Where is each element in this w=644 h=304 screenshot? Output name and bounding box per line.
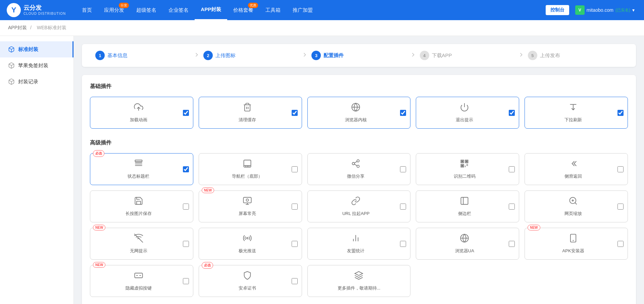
nav-right: 控制台 V mitaobo.com (已实名) ▾ [546,4,637,16]
plugin-name: 极光推送 [239,248,256,254]
plugin-checkbox[interactable] [183,110,189,116]
plugin-checkbox[interactable] [183,166,189,172]
plugin-card-状态标题栏[interactable]: 必选 状态标题栏 [90,153,193,185]
plugin-card-友盟统计[interactable]: 友盟统计 [307,228,411,260]
step-label: 配置插件 [324,52,344,59]
step-label: 上传发布 [540,52,560,59]
svg-line-23 [355,162,357,163]
nav-item-推广加盟[interactable]: 推广加盟 [287,0,319,20]
plugin-name: 友盟统计 [347,248,364,254]
plugin-card-content: 侧边栏 [420,196,509,217]
plugin-checkbox[interactable] [292,110,298,116]
nav-item-工具箱[interactable]: 工具箱 [259,0,287,20]
plugin-card-侧滑返回[interactable]: 侧滑返回 [525,153,628,185]
plugin-name: 退出提示 [456,117,473,123]
plugin-card-更多插件，敬请期待...[interactable]: 更多插件，敬请期待... [307,265,411,297]
plugin-checkbox[interactable] [183,278,189,284]
plugin-card-content: 清理缓存 [203,102,292,123]
sidebar-item-苹果免签封装[interactable]: 苹果免签封装 [0,57,73,74]
plugin-card-content: 更多插件，敬请期待... [312,271,406,291]
plugin-checkbox[interactable] [617,204,624,210]
plugin-checkbox[interactable] [400,166,406,172]
plugin-card-下拉刷新[interactable]: 下拉刷新 [525,97,628,129]
nav-item-应用分发[interactable]: 应用分发分发 [98,0,130,20]
plugin-card-屏幕常亮[interactable]: NEW 屏幕常亮 [199,190,302,222]
step-2: 3 配置插件 [311,51,406,60]
plugin-checkbox[interactable] [183,241,189,247]
plugin-checkbox[interactable] [400,110,406,116]
plugin-card-退出提示[interactable]: 退出提示 [416,97,519,129]
nav-item-价格套餐[interactable]: 价格套餐优惠 [227,0,259,20]
svg-rect-54 [135,273,142,278]
plugin-card-侧边栏[interactable]: 侧边栏 [416,190,519,222]
nav-item-超级签名[interactable]: 超级签名 [130,0,162,20]
svg-rect-35 [243,198,251,203]
breadcrumb-app-wrap[interactable]: APP封装 [8,25,27,30]
plugin-icon-clean-cache [243,102,252,114]
plugin-badge: NEW [202,187,214,193]
nav-item-APP封装[interactable]: APP封装 [195,0,227,20]
plugin-checkbox[interactable] [509,204,515,210]
step-arrow-icon [410,51,416,60]
plugin-name: 清理缓存 [239,117,256,123]
plugin-card-浏览器UA[interactable]: 浏览器UA [416,228,519,260]
plugin-checkbox[interactable] [509,166,515,172]
logo: Y 云分发 CLOUD DISTRIBUTION [7,3,66,17]
plugin-checkbox[interactable] [617,166,624,172]
plugin-card-content: 加载动画 [94,102,183,123]
plugin-card-浏览器内核[interactable]: 浏览器内核 [307,97,411,129]
plugin-name: 微信分享 [347,173,364,179]
advanced-plugin-grid: 必选 状态标题栏 导航栏（底部） 微信分享 识别二维 [90,153,628,297]
plugin-card-识别二维码[interactable]: 识别二维码 [416,153,519,185]
plugin-card-APK安装器[interactable]: NEW APK安装器 [525,228,628,260]
plugin-card-清理缓存[interactable]: 清理缓存 [199,97,302,129]
svg-line-42 [575,203,577,204]
plugin-card-content: 安卓证书 [203,271,292,291]
breadcrumb: APP封装 / WEB标准封装 [0,20,644,36]
plugin-card-网页缩放[interactable]: 网页缩放 [525,190,628,222]
plugin-card-加载动画[interactable]: 加载动画 [90,97,193,129]
plugin-checkbox[interactable] [509,241,515,247]
sidebar-item-封装记录[interactable]: 封装记录 [0,74,73,90]
plugin-checkbox[interactable] [292,241,298,247]
step-label: 下载APP [432,52,452,59]
plugin-name: 加载动画 [130,117,147,123]
nav-item-首页[interactable]: 首页 [76,0,98,20]
plugin-card-无网提示[interactable]: NEW 无网提示 [90,228,193,260]
plugin-card-长按图片保存[interactable]: 长按图片保存 [90,190,193,222]
svg-rect-27 [462,161,463,162]
cube-icon [8,62,15,69]
plugin-checkbox[interactable] [292,166,298,172]
step-num: 2 [203,51,213,60]
cube-icon [8,46,15,53]
plugin-card-极光推送[interactable]: 极光推送 [199,228,302,260]
plugin-icon-qrcode [460,159,469,171]
basic-plugins-title: 基础插件 [90,83,628,90]
user-info[interactable]: V mitaobo.com (已实名) ▾ [573,4,637,16]
plugin-name: 导航栏（底部） [232,173,262,179]
control-panel-button[interactable]: 控制台 [546,5,569,15]
verified-badge: (已实名) [615,7,630,13]
plugin-checkbox[interactable] [400,204,406,210]
sidebar-item-标准封装[interactable]: 标准封装 [0,41,73,57]
plugin-checkbox[interactable] [292,278,298,284]
plugin-checkbox[interactable] [617,241,624,247]
plugin-card-URL 拉起APP[interactable]: URL 拉起APP [307,190,411,222]
plugin-card-隐藏虚拟按键[interactable]: NEW 隐藏虚拟按键 [90,265,193,297]
plugin-checkbox[interactable] [509,110,515,116]
advanced-plugins-title: 高级插件 [90,139,628,146]
plugin-card-导航栏（底部）[interactable]: 导航栏（底部） [199,153,302,185]
plugin-card-content: 隐藏虚拟按键 [94,271,183,291]
plugin-checkbox[interactable] [183,204,189,210]
plugin-icon-wechat-share [351,159,360,171]
plugin-checkbox[interactable] [400,241,406,247]
plugin-icon-browser-core [351,102,360,114]
plugin-checkbox[interactable] [617,110,624,116]
nav-item-企业签名[interactable]: 企业签名 [162,0,195,20]
plugin-checkbox[interactable] [292,204,298,210]
plugin-name: 浏览器内核 [345,117,367,123]
plugin-card-微信分享[interactable]: 微信分享 [307,153,411,185]
plugin-card-安卓证书[interactable]: 必选 安卓证书 [199,265,302,297]
cube-icon [8,78,15,85]
plugin-name: 无网提示 [130,248,147,254]
